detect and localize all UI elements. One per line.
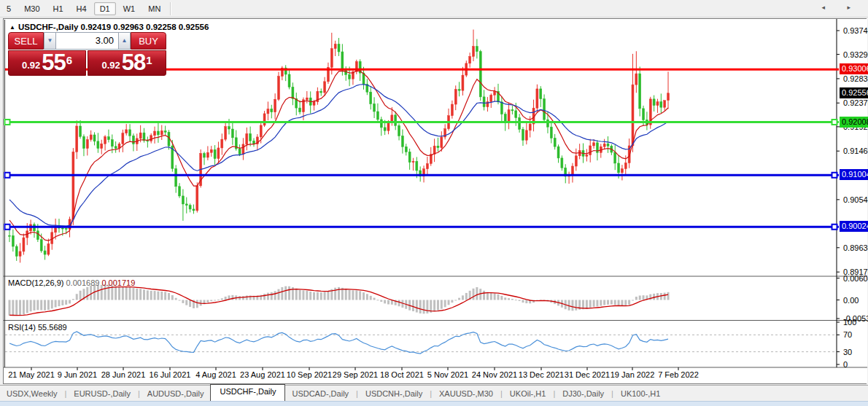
axis-label: 0 (843, 360, 848, 369)
tab-separator: | (553, 389, 555, 398)
tab-separator: | (138, 389, 140, 398)
date-label: 16 Jul 2021 (150, 370, 191, 379)
axis-label: 0.93290 (843, 50, 868, 59)
date-label: 4 Aug 2021 (195, 370, 236, 379)
tab-scroll-arrows[interactable]: ◂ ▸ (821, 4, 861, 11)
chart-tab-ukoil-h1[interactable]: UKOil-,H1 (503, 387, 553, 400)
tab-separator: | (611, 389, 613, 398)
price-badge: 0.93006 (840, 63, 868, 74)
hline-handle[interactable] (832, 225, 837, 230)
date-label: 24 Nov 2021 (472, 370, 517, 379)
sell-price[interactable]: 0.92556 (8, 50, 86, 76)
timeframe-button-m30[interactable]: M30 (18, 2, 45, 15)
timeframe-button-h1[interactable]: H1 (47, 2, 69, 15)
chart-tab-usdx-weekly[interactable]: USDX,Weekly (0, 387, 63, 400)
date-label: 19 Jan 2022 (611, 370, 655, 379)
buy-price[interactable]: 0.92581 (88, 50, 166, 76)
collapse-icon: ▲ (9, 24, 15, 31)
date-label: 23 Aug 2021 (240, 370, 285, 379)
date-label: 9 Jun 2021 (58, 370, 97, 379)
status-strip (0, 401, 868, 406)
chart-tab-bar: USDX,Weekly|EURUSD-,Daily|AUDUSD-,DailyU… (0, 385, 868, 402)
date-label: 18 Oct 2021 (380, 370, 424, 379)
timeframe-button-d1[interactable]: D1 (94, 2, 116, 15)
timeframe-button-w1[interactable]: W1 (117, 2, 142, 15)
volume-decrease-button[interactable]: ▼ (44, 32, 56, 50)
date-label: 29 Sep 2021 (333, 370, 378, 379)
axis-label: 30 (843, 348, 852, 356)
date-label: 31 Dec 2021 (565, 370, 610, 379)
hline-handle[interactable] (832, 173, 837, 178)
chart-tab-usdchf-daily[interactable]: USDCHF-,Daily (210, 384, 285, 402)
axis-label: 0.92370 (843, 98, 868, 107)
date-label: 5 Nov 2021 (427, 370, 468, 379)
sell-button[interactable]: SELL (8, 32, 44, 50)
axis-label: 70 (843, 330, 852, 339)
axis-label: 0.92830 (843, 74, 868, 83)
chart-tab-xauusd-m30[interactable]: XAUUSD-,M30 (433, 387, 500, 400)
chart-tab-audusd-daily[interactable]: AUDUSD-,Daily (141, 387, 211, 400)
chart-tab-dj30-daily[interactable]: DJ30-,Daily (556, 387, 611, 400)
chart-tab-usdcnh-daily[interactable]: USDCNH-,Daily (359, 387, 429, 400)
tab-separator: | (500, 389, 503, 398)
chart-tab-eurusd-daily[interactable]: EURUSD-,Daily (67, 387, 137, 400)
volume-increase-button[interactable]: ▲ (118, 32, 131, 50)
price-badge: 0.92556 (840, 87, 868, 98)
timeframe-button-mn[interactable]: MN (142, 2, 166, 15)
axis-label: 0.93740 (843, 26, 868, 35)
date-label: 10 Sep 2021 (287, 370, 332, 379)
date-label: 7 Feb 2022 (658, 370, 699, 379)
price-badge: 0.90024 (840, 221, 868, 232)
axis-label: 0.006045 (843, 274, 868, 283)
buy-button[interactable]: BUY (131, 32, 166, 50)
axis-label: 100 (843, 318, 856, 327)
chart-title: ▲USDCHF-,Daily 0.92419 0.92963 0.92258 0… (9, 23, 209, 31)
tab-separator: | (430, 389, 432, 398)
axis-label: 0.00 (843, 296, 859, 305)
hline-handle[interactable] (5, 173, 10, 178)
hline-handle[interactable] (5, 120, 10, 125)
timeframe-button-h4[interactable]: H4 (71, 2, 93, 15)
chart-window[interactable]: ▲USDCHF-,Daily 0.92419 0.92963 0.92258 0… (3, 18, 867, 384)
hline-handle[interactable] (5, 225, 10, 230)
axis-label: 0.89630 (843, 243, 868, 252)
toolbar-separator (170, 2, 171, 15)
price-badge: 0.91004 (840, 169, 868, 180)
hline-handle[interactable] (832, 120, 837, 125)
chart-tab-uk100-h1[interactable]: UK100-,H1 (614, 387, 667, 400)
timeframe-button-5[interactable]: 5 (1, 2, 17, 15)
price-badge: 0.92008 (840, 117, 868, 128)
chart-tab-usdcad-daily[interactable]: USDCAD-,Daily (285, 387, 355, 400)
rsi-indicator-label: RSI(14) 55.5689 (8, 323, 67, 332)
axis-label: 0.90540 (843, 195, 868, 204)
date-label: 28 Jun 2021 (101, 370, 146, 379)
tab-separator: | (64, 389, 66, 398)
timeframe-toolbar: 5M30H1H4D1W1MN (0, 0, 868, 17)
axis-label: 0.91460 (843, 147, 868, 155)
macd-indicator-label: MACD(12,26,9) 0.001689 0.001719 (8, 278, 135, 287)
one-click-trading-panel: SELL ▼ 3.00 ▲ BUY 0.92556 0.92581 (8, 32, 166, 76)
date-label: 13 Dec 2021 (519, 370, 564, 379)
volume-input[interactable]: 3.00 (56, 32, 118, 50)
date-label: 21 May 2021 (8, 370, 55, 379)
tab-separator: | (356, 389, 358, 398)
